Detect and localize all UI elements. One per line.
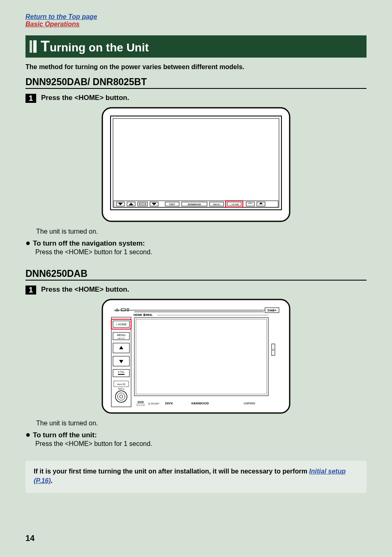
svg-text:micro SD: micro SD xyxy=(117,383,126,385)
device-figure-1: NAV KENWOOD MENU ⌂ HOME xyxy=(101,107,291,222)
kenwood-label: KENWOOD xyxy=(188,203,201,206)
hdmi-mhl-label: HDMI ※MHL xyxy=(134,313,153,317)
intro-text: The method for turning on the power vari… xyxy=(25,63,367,71)
device-figure-2: DAB+ HDMI ※MHL ⌂ HOME MENU ● AV OUT ● TE… xyxy=(101,299,291,414)
svg-rect-21 xyxy=(102,299,290,413)
bullet-icon: ● xyxy=(25,430,30,439)
step-row: 1 Press the <HOME> button. xyxy=(25,285,367,295)
svg-text:0: 0 xyxy=(272,348,274,351)
step-instruction: Press the <HOME> button. xyxy=(41,94,129,102)
home-button-label: ⌂ HOME xyxy=(229,203,239,206)
kenwood-bottom-label: KENWOOD xyxy=(191,402,209,405)
bullet-icon: ● xyxy=(25,239,30,247)
garmin-label: GARMIN xyxy=(244,402,255,405)
menu-side-button: MENU xyxy=(117,334,126,337)
model-heading-1: DNN9250DAB/ DNR8025BT xyxy=(25,77,367,89)
return-top-link[interactable]: Return to the Top page xyxy=(25,13,97,21)
note-box: If it is your first time turning the uni… xyxy=(25,461,367,493)
basic-operations-link[interactable]: Basic Operations xyxy=(25,21,80,28)
svg-point-41 xyxy=(115,391,127,402)
page-number: 14 xyxy=(25,534,35,543)
divx-logo: DIVX xyxy=(165,402,173,405)
bullet-heading-2: To turn off the unit: xyxy=(33,431,97,439)
step-instruction: Press the <HOME> button. xyxy=(41,285,129,294)
page-title: Turning on the Unit xyxy=(41,38,149,55)
dolby-logo: ▯▯ DOLBY xyxy=(148,402,159,405)
note-text-after: . xyxy=(51,477,53,484)
bullet-subtext: Press the <HOME> button for 1 second. xyxy=(35,248,367,256)
model-heading-2: DNN6250DAB xyxy=(25,268,367,281)
result-text: The unit is turned on. xyxy=(36,228,367,235)
bullet-heading-row-2: ● To turn off the unit: xyxy=(25,430,367,439)
result-text-2: The unit is turned on. xyxy=(36,420,367,427)
step-number-badge: 1 xyxy=(25,94,36,103)
svg-rect-17 xyxy=(246,202,254,206)
tel-side-button: ● TEL xyxy=(118,371,125,373)
bullet-subtext-2: Press the <HOME> button for 1 second. xyxy=(35,440,367,448)
step-number-badge: 1 xyxy=(25,285,36,295)
dab-badge: DAB+ xyxy=(267,309,277,312)
home-side-button: ⌂ HOME xyxy=(115,323,127,326)
svg-text:AUD ●: AUD ● xyxy=(118,388,125,390)
note-text-before: If it is your first time turning the uni… xyxy=(34,468,309,475)
section-title-bar: Turning on the Unit xyxy=(25,35,367,58)
bullet-heading: To turn off the navigation system: xyxy=(33,239,145,248)
dvd-logo: DVD xyxy=(138,401,144,404)
nav-button-label: NAV xyxy=(169,203,175,206)
svg-text:● AV OUT: ● AV OUT xyxy=(118,337,125,339)
menu-button-label: MENU xyxy=(213,203,220,206)
step-row: 1 Press the <HOME> button. xyxy=(25,94,367,103)
top-links: Return to the Top page Basic Operations xyxy=(25,13,367,28)
bullet-heading-row: ● To turn off the navigation system: xyxy=(25,239,367,248)
